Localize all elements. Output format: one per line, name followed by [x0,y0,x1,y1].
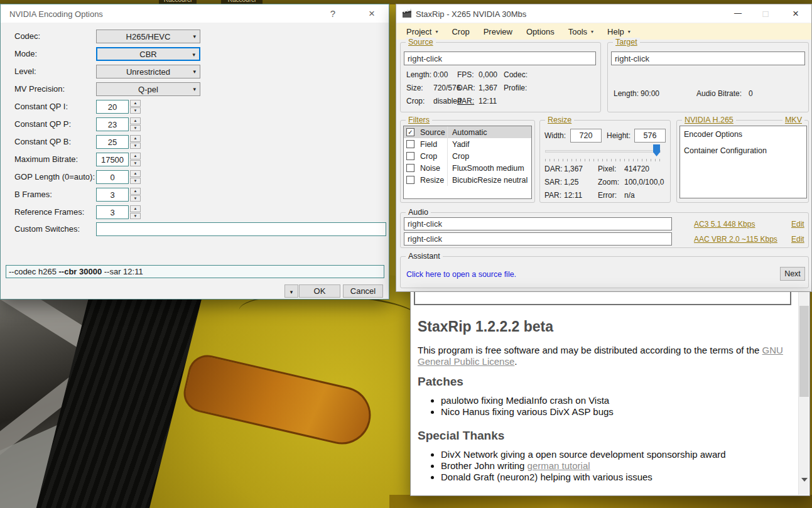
spin-down-button[interactable]: ▼ [130,160,141,167]
target-input[interactable] [611,51,805,65]
qp-i-value[interactable]: 20 [96,100,129,114]
b-frames-value[interactable]: 3 [96,188,129,202]
filters-link[interactable]: Filters [406,116,432,124]
scrollbar-thumb[interactable] [799,306,809,397]
reference-frames-value[interactable]: 3 [96,205,129,219]
scroll-down-arrow-icon[interactable] [801,478,808,482]
source-fps-label: FPS: [457,70,474,79]
menu-preview[interactable]: Preview [477,23,519,40]
qp-b-spinner[interactable]: 25 ▲ ▼ [96,135,141,149]
staxrip-titlebar[interactable]: StaxRip - X265 NVIDIA 30Mbs — □ × [396,4,811,23]
level-dropdown[interactable]: Unrestricted ▾ [96,65,200,78]
chevron-down-icon: ▾ [591,29,593,35]
nvidia-encoding-options-dialog: NVIDIA Encoding Options ? × Codec: H265/… [0,4,389,300]
codec-dropdown[interactable]: H265/HEVC ▾ [96,30,200,43]
filters-group: Filters ✓ Source Automatic Field Yadif C… [400,120,535,203]
filter-row-noise[interactable]: Noise FluxSmooth medium [404,162,531,174]
source-input[interactable] [404,51,596,65]
spin-up-button[interactable]: ▲ [130,117,141,124]
container-configuration-item[interactable]: Container Configuration [680,143,806,159]
width-input[interactable]: 720 [570,129,602,143]
menu-tools[interactable]: Tools▾ [561,23,600,40]
close-button[interactable]: × [785,4,806,23]
spin-up-button[interactable]: ▲ [130,170,141,177]
checkbox-checked[interactable]: ✓ [406,128,414,136]
ok-button[interactable]: OK [299,284,340,298]
source-length-value: 0:00 [433,70,448,79]
filter-value: Crop [452,152,469,161]
b-frames-spinner[interactable]: 3 ▲ ▼ [96,188,141,202]
audio-track1-edit-link[interactable]: Edit [791,220,804,229]
source-length-label: Length: [406,70,431,79]
german-tutorial-link[interactable]: german tutorial [528,460,590,471]
vertical-scrollbar[interactable] [798,292,809,495]
spin-up-button[interactable]: ▲ [130,135,141,142]
open-source-file-link[interactable]: Click here to open a source file. [406,270,516,279]
audio-track2-input[interactable] [404,232,672,246]
maximize-button[interactable]: □ [755,4,776,23]
next-button[interactable]: Next [780,267,805,281]
checkbox-unchecked[interactable] [406,140,414,148]
max-bitrate-value[interactable]: 17500 [96,153,129,166]
gop-length-value[interactable]: 0 [96,170,129,184]
spin-up-button[interactable]: ▲ [130,100,141,107]
spin-up-button[interactable]: ▲ [130,153,141,159]
close-button[interactable]: × [361,4,382,23]
width-label: Width: [544,131,566,140]
spin-down-button[interactable]: ▼ [130,195,141,202]
dialog-titlebar[interactable]: NVIDIA Encoding Options ? × [1,4,389,23]
filter-name: Resize [420,176,444,185]
filter-row-crop[interactable]: Crop Crop [404,150,531,162]
container-link[interactable]: MKV [782,116,804,124]
spin-up-button[interactable]: ▲ [130,205,141,212]
reference-frames-spinner[interactable]: 3 ▲ ▼ [96,205,141,219]
checkbox-unchecked[interactable] [406,176,414,184]
checkbox-unchecked[interactable] [406,152,414,160]
audio-track2-edit-link[interactable]: Edit [791,235,804,244]
spin-up-button[interactable]: ▲ [130,188,141,195]
checkbox-unchecked[interactable] [406,164,414,172]
filter-row-field[interactable]: Field Yadif [404,138,531,150]
target-link[interactable]: Target [613,38,640,46]
source-link[interactable]: Source [406,38,436,46]
menu-options[interactable]: Options [519,23,561,40]
audio-track1-link[interactable]: AC3 5.1 448 Kbps [694,220,755,229]
audio-track2-link[interactable]: AAC VBR 2.0 ~115 Kbps [694,235,777,244]
filter-row-resize[interactable]: Resize BicubicResize neutral [404,174,531,186]
spin-down-button[interactable]: ▼ [130,125,141,132]
spin-down-button[interactable]: ▼ [130,213,141,220]
preset-dropdown-button[interactable]: ▾ [284,284,298,298]
clapperboard-icon [402,9,412,19]
encoder-link[interactable]: NVIDIA H.265 [682,116,736,124]
menu-crop[interactable]: Crop [445,23,476,40]
column-divider [447,162,448,174]
height-input[interactable]: 576 [634,129,666,143]
qp-b-value[interactable]: 25 [96,135,129,149]
resize-group: Resize Width: 720 Height: 576 DAR: 1,367… [539,120,671,203]
command-part: --sar 12:11 [102,267,143,276]
source-dar-value: 1,367 [479,84,497,92]
par-link[interactable]: PAR: [457,97,474,105]
resize-slider-thumb[interactable] [653,144,660,156]
filter-row-source[interactable]: ✓ Source Automatic [404,126,531,138]
qp-p-value[interactable]: 23 [96,117,129,131]
minimize-button[interactable]: — [727,4,749,23]
chevron-down-icon: ▾ [628,29,631,35]
spin-down-button[interactable]: ▼ [130,107,141,114]
encoder-options-item[interactable]: Encoder Options [680,126,806,143]
cancel-button[interactable]: Cancel [343,284,383,298]
audio-track1-input[interactable] [404,217,672,230]
max-bitrate-spinner[interactable]: 17500 ▲ ▼ [96,153,141,166]
custom-switches-input[interactable] [96,222,386,236]
spin-down-button[interactable]: ▼ [130,178,141,185]
target-length-value: 90:00 [641,89,659,98]
resize-link[interactable]: Resize [545,116,574,124]
mode-dropdown[interactable]: CBR ▾ [96,47,200,61]
resize-slider-track[interactable] [545,150,661,153]
help-button[interactable]: ? [322,4,344,23]
gop-length-spinner[interactable]: 0 ▲ ▼ [96,170,141,184]
qp-i-spinner[interactable]: 20 ▲ ▼ [96,100,141,114]
spin-down-button[interactable]: ▼ [130,143,141,149]
qp-p-spinner[interactable]: 23 ▲ ▼ [96,117,141,131]
mv-precision-dropdown[interactable]: Q-pel ▾ [96,82,200,96]
